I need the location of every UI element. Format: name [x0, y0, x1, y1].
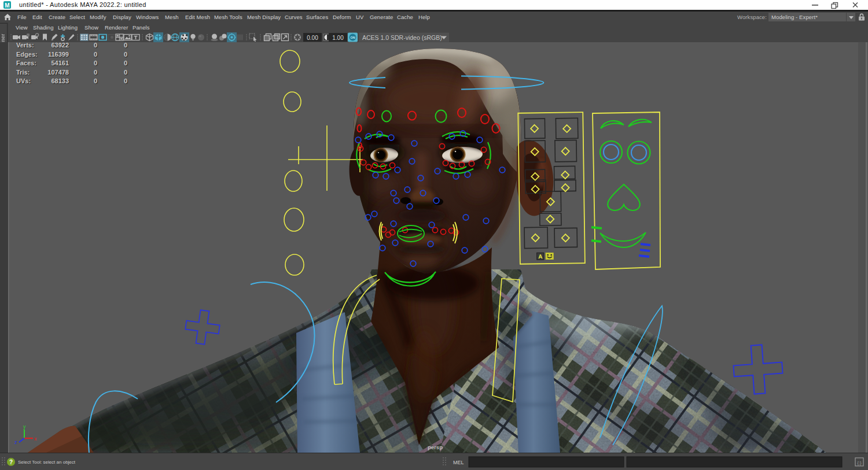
svg-text:0.00: 0.00 [307, 35, 318, 41]
svg-text:x: x [34, 436, 37, 442]
svg-text:MEL: MEL [453, 460, 464, 465]
svg-text:Select Tool: select an object: Select Tool: select an object [18, 460, 76, 465]
svg-text:persp: persp [428, 444, 443, 450]
svg-text:z: z [14, 439, 17, 445]
svg-text:1.00: 1.00 [332, 35, 344, 41]
svg-text:ACES 1.0 SDR-video (sRGB): ACES 1.0 SDR-video (sRGB) [362, 34, 442, 41]
svg-text:?: ? [9, 459, 13, 465]
svg-text:{;}: {;} [857, 460, 862, 465]
svg-text:ON: ON [350, 36, 355, 39]
svg-text:A: A [538, 253, 542, 260]
svg-text:M: M [5, 2, 9, 9]
svg-text:y: y [23, 424, 26, 430]
